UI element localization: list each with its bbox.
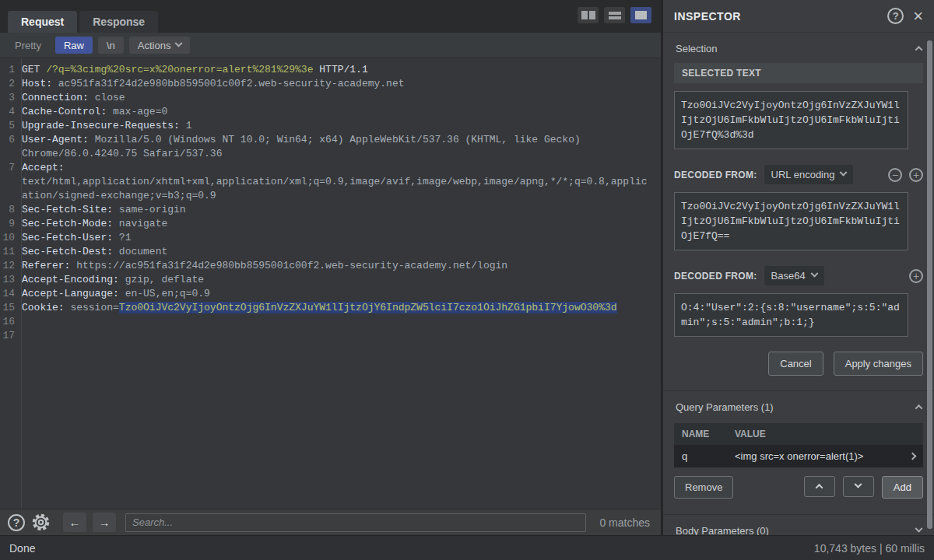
- message-tabstrip: Request Response: [0, 0, 661, 33]
- chevron-down-icon: [915, 525, 923, 533]
- request-line: 15Cookie: session=Tzo0OiJVc2VyIjoyOntzOj…: [0, 301, 661, 315]
- request-text-segment: Accept-Language:: [22, 288, 119, 299]
- url-decoded-text-box[interactable]: Tzo0OiJVc2VyIjoyOntzOjg6InVzZXJuYW1lIjtz…: [674, 192, 908, 250]
- editor-toolbar: Pretty Raw \n Actions: [0, 33, 661, 58]
- request-text-segment: close: [89, 92, 125, 103]
- request-text-segment: gzip, deflate: [119, 274, 204, 285]
- request-line: 3Connection: close: [0, 91, 661, 105]
- decoder-row-base64: DECODED FROM: Base64 +: [674, 266, 923, 285]
- move-param-up-button[interactable]: [804, 476, 835, 497]
- line-number: 1: [0, 63, 18, 77]
- help-icon[interactable]: ?: [8, 514, 25, 531]
- layout-columns-icon[interactable]: [578, 7, 599, 23]
- request-line: 9Sec-Fetch-Mode: navigate: [0, 217, 661, 231]
- chevron-right-icon: [909, 453, 917, 460]
- chevron-up-icon: [915, 404, 923, 412]
- chevron-down-icon: [810, 270, 818, 278]
- line-number: 9: [0, 217, 18, 231]
- inspector-close-icon[interactable]: ×: [913, 8, 923, 25]
- previous-match-button[interactable]: ←: [63, 513, 86, 532]
- line-number: 7: [0, 161, 18, 203]
- request-editor-lines: 1GET /?q=%3cimg%20src=x%20onerror=alert%…: [0, 63, 661, 343]
- request-text-segment: max-age=0: [107, 106, 167, 117]
- line-number: 13: [0, 273, 18, 287]
- request-line: 4Cache-Control: max-age=0: [0, 105, 661, 119]
- line-number: 8: [0, 203, 18, 217]
- selection-section-body: SELECTED TEXT Tzo0OiJVc2VyIjoyOntzOjg6In…: [663, 63, 934, 376]
- decoder-row-url: DECODED FROM: URL encoding − +: [674, 165, 923, 184]
- tab-request[interactable]: Request: [8, 11, 77, 33]
- request-text-segment: Sec-Fetch-Site:: [22, 204, 113, 215]
- search-input[interactable]: [125, 513, 586, 532]
- decoder-method-label: Base64: [771, 270, 806, 282]
- request-text-segment: Referer:: [22, 260, 70, 271]
- line-number: 6: [0, 133, 18, 161]
- layout-toggle-group: [578, 7, 651, 23]
- request-text-segment: Accept-Encoding:: [22, 274, 119, 285]
- decoded-from-label: DECODED FROM:: [674, 271, 757, 282]
- match-count-label: 0 matches: [599, 516, 650, 529]
- add-param-button[interactable]: Add: [882, 476, 923, 499]
- chevron-up-icon: [915, 46, 923, 54]
- request-text-segment: Sec-Fetch-User:: [22, 232, 113, 243]
- section-query-parameters[interactable]: Query Parameters (1): [663, 390, 934, 422]
- base64-decoded-text-box[interactable]: O:4:"User":2:{s:8:"username";s:5:"admin"…: [674, 293, 908, 337]
- remove-decoding-step-icon[interactable]: −: [888, 168, 902, 182]
- column-header-value: VALUE: [735, 429, 915, 439]
- layout-single-icon[interactable]: [630, 7, 651, 23]
- layout-rows-icon[interactable]: [604, 7, 625, 23]
- add-decoding-step-icon[interactable]: +: [909, 168, 923, 182]
- decoder-step-controls: +: [909, 269, 923, 283]
- param-name: q: [682, 450, 735, 462]
- add-decoding-step-icon[interactable]: +: [909, 269, 923, 283]
- request-text-segment: Cookie:: [22, 302, 65, 313]
- request-text-segment: 1: [180, 120, 192, 131]
- apply-changes-button[interactable]: Apply changes: [834, 352, 923, 376]
- request-line: 6User-Agent: Mozilla/5.0 (Windows NT 10.…: [0, 133, 661, 161]
- request-line: 17: [0, 329, 661, 343]
- next-match-button[interactable]: →: [93, 513, 116, 532]
- body-parameters-label: Body Parameters (0): [676, 525, 769, 535]
- request-line: 1GET /?q=%3cimg%20src=x%20onerror=alert%…: [0, 63, 661, 77]
- line-number: 14: [0, 287, 18, 301]
- column-header-name: NAME: [682, 429, 735, 439]
- table-row[interactable]: q <img src=x onerror=alert(1)>: [674, 445, 923, 467]
- move-param-down-button[interactable]: [843, 476, 874, 497]
- settings-gear-icon[interactable]: [31, 513, 51, 532]
- request-line: 12Referer: https://ac951fa31f24d2e980bb8…: [0, 259, 661, 273]
- request-text-segment: ac951fa31f24d2e980bb8595001c00f2.web-sec…: [52, 78, 404, 89]
- actions-button[interactable]: Actions: [129, 37, 191, 54]
- request-text-segment: HTTP/1.1: [313, 64, 367, 75]
- decoder-step-controls: − +: [888, 168, 923, 182]
- tab-response[interactable]: Response: [79, 11, 158, 33]
- newline-toggle-button[interactable]: \n: [98, 37, 124, 54]
- section-body-parameters[interactable]: Body Parameters (0): [663, 514, 934, 535]
- section-selection[interactable]: Selection: [663, 33, 934, 63]
- actions-label: Actions: [138, 40, 171, 51]
- request-text-segment: Cache-Control:: [22, 106, 107, 117]
- table-header-row: NAME VALUE: [674, 423, 923, 445]
- decoder-select-base64[interactable]: Base64: [764, 266, 824, 285]
- request-line: 5Upgrade-Insecure-Requests: 1: [0, 119, 661, 133]
- inspector-scrollbar[interactable]: [927, 40, 932, 529]
- request-line: 11Sec-Fetch-Dest: document: [0, 245, 661, 259]
- request-editor[interactable]: 1GET /?q=%3cimg%20src=x%20onerror=alert%…: [0, 58, 661, 509]
- remove-param-button[interactable]: Remove: [674, 476, 733, 499]
- decoder-select-url-encoding[interactable]: URL encoding: [764, 165, 854, 184]
- cancel-button[interactable]: Cancel: [768, 352, 823, 376]
- line-number: 4: [0, 105, 18, 119]
- request-text-segment: Upgrade-Insecure-Requests:: [22, 120, 180, 131]
- raw-button[interactable]: Raw: [55, 37, 93, 54]
- pretty-button[interactable]: Pretty: [6, 37, 50, 54]
- inspector-panel: INSPECTOR ? × Selection SELECTED TEXT Tz…: [663, 0, 934, 535]
- inspector-help-icon[interactable]: ?: [887, 8, 904, 24]
- line-number: 2: [0, 77, 18, 91]
- selected-text-box[interactable]: Tzo0OiJVc2VyIjoyOntzOjg6InVzZXJuYW1lIjtz…: [674, 91, 908, 149]
- line-number: 16: [0, 315, 18, 329]
- editor-search-bar: ? ← → 0 matches: [0, 509, 661, 535]
- chevron-up-icon: [816, 484, 823, 492]
- burp-window: Request Response Pretty Raw \n Actions: [0, 0, 934, 560]
- request-line: 13Accept-Encoding: gzip, deflate: [0, 273, 661, 287]
- request-text-segment: /?q=%3cimg%20src=x%20onerror=alert%281%2…: [46, 64, 313, 75]
- request-text-segment: navigate: [113, 218, 167, 229]
